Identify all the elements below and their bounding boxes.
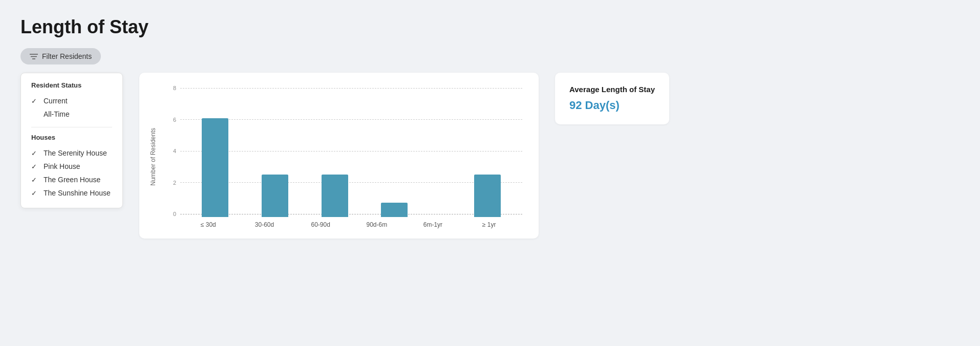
bars-row: [180, 85, 522, 217]
bar-group-1: [262, 175, 288, 217]
main-content: Resident Status ✓ Current All-Time House…: [20, 73, 960, 239]
check-current: ✓: [31, 97, 39, 105]
divider: [31, 127, 112, 127]
house-green[interactable]: ✓ The Green House: [31, 173, 112, 186]
filter-dropdown: Resident Status ✓ Current All-Time House…: [20, 73, 123, 208]
bar-2: [322, 175, 348, 217]
house-sunshine[interactable]: ✓ The Sunshine House: [31, 186, 112, 200]
check-green: ✓: [31, 176, 39, 184]
house-pink-label: Pink House: [44, 162, 80, 170]
check-serenity: ✓: [31, 149, 39, 157]
grid-and-bars: 8 6 4 2: [162, 85, 522, 217]
filter-icon: [30, 53, 38, 60]
filter-residents-button[interactable]: Filter Residents: [20, 48, 101, 64]
y-label-2: 2: [162, 180, 180, 186]
y-label-6: 6: [162, 117, 180, 123]
resident-status-title: Resident Status: [31, 81, 112, 89]
bar-group-0: [202, 118, 228, 217]
avg-card-value: 92 Day(s): [569, 99, 655, 112]
avg-card: Average Length of Stay 92 Day(s): [555, 73, 669, 124]
filter-button-label: Filter Residents: [42, 52, 92, 60]
x-label-3: 90d-6m: [364, 221, 390, 228]
y-label-0: 0: [162, 211, 180, 217]
status-current-label: Current: [44, 97, 68, 105]
house-serenity-label: The Serenity House: [44, 149, 107, 157]
bar-group-2: [322, 175, 348, 217]
x-label-0: ≤ 30d: [195, 221, 222, 228]
x-label-2: 60-90d: [307, 221, 334, 228]
house-pink[interactable]: ✓ Pink House: [31, 160, 112, 173]
status-alltime[interactable]: All-Time: [31, 107, 112, 121]
status-alltime-label: All-Time: [44, 110, 70, 118]
y-axis-label: Number of Residents: [150, 128, 157, 186]
page-title: Length of Stay: [20, 16, 960, 38]
y-label-4: 4: [162, 148, 180, 154]
x-label-1: 30-60d: [251, 221, 278, 228]
x-label-4: 6m-1yr: [419, 221, 446, 228]
houses-title: Houses: [31, 134, 112, 141]
chart-container: Number of Residents 8 6 4: [150, 85, 522, 228]
house-serenity[interactable]: ✓ The Serenity House: [31, 146, 112, 160]
check-pink: ✓: [31, 163, 39, 170]
y-label-8: 8: [162, 85, 180, 91]
bar-0: [202, 118, 228, 217]
bar-5: [474, 175, 501, 217]
house-green-label: The Green House: [44, 176, 100, 184]
chart-inner: 8 6 4 2: [162, 85, 522, 228]
bar-1: [262, 175, 288, 217]
check-alltime: [31, 111, 39, 118]
chart-area: Number of Residents 8 6 4: [139, 73, 539, 239]
status-current[interactable]: ✓ Current: [31, 94, 112, 107]
house-sunshine-label: The Sunshine House: [44, 189, 111, 197]
x-labels: ≤ 30d30-60d60-90d90d-6m6m-1yr≥ 1yr: [162, 217, 522, 228]
bar-3: [381, 203, 408, 217]
bar-group-5: [474, 175, 501, 217]
check-sunshine: ✓: [31, 189, 39, 197]
x-label-5: ≥ 1yr: [476, 221, 502, 228]
bar-group-3: [381, 203, 408, 217]
avg-card-title: Average Length of Stay: [569, 85, 655, 94]
